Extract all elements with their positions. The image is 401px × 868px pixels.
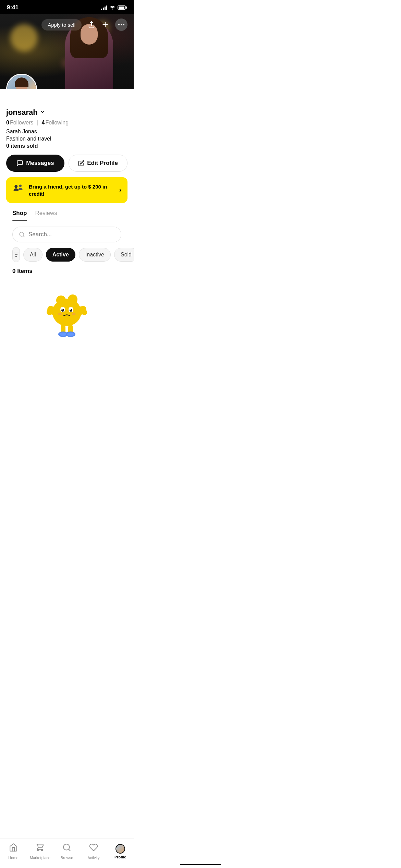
status-icons — [101, 5, 127, 11]
svg-point-16 — [56, 296, 66, 305]
svg-point-4 — [121, 24, 122, 25]
status-bar: 9:41 — [0, 0, 134, 14]
items-count: 0 Items — [6, 268, 127, 275]
referral-left: Bring a friend, get up to $ 200 in credi… — [12, 183, 119, 197]
following-label[interactable]: Following — [45, 120, 69, 126]
tab-shop[interactable]: Shop — [12, 210, 27, 221]
filter-all[interactable]: All — [23, 248, 42, 262]
filter-active[interactable]: Active — [46, 248, 75, 262]
svg-point-27 — [82, 310, 87, 315]
filter-row: All Active Inactive Sold — [6, 247, 127, 262]
svg-point-3 — [118, 24, 120, 25]
edit-profile-label: Edit Profile — [87, 160, 118, 167]
filter-sold[interactable]: Sold — [114, 248, 134, 262]
svg-point-26 — [47, 310, 52, 315]
real-name: Sarah Jonas — [6, 129, 127, 135]
svg-point-24 — [58, 313, 62, 315]
messages-label: Messages — [26, 160, 54, 167]
cover-top-bar: Apply to sell — [0, 14, 134, 36]
filter-icon — [13, 251, 20, 258]
svg-point-7 — [19, 184, 22, 187]
share-button[interactable] — [88, 21, 95, 28]
svg-point-5 — [123, 24, 124, 25]
more-options-button[interactable] — [115, 19, 127, 31]
svg-point-33 — [67, 333, 74, 336]
cover-image: Apply to sell — [0, 14, 134, 89]
svg-point-25 — [72, 313, 76, 315]
empty-state — [6, 281, 127, 350]
message-icon — [16, 160, 23, 167]
apply-to-sell-button[interactable]: Apply to sell — [41, 19, 82, 31]
status-time: 9:41 — [7, 4, 19, 11]
pencil-icon — [78, 160, 84, 166]
search-wrapper — [12, 227, 121, 242]
svg-point-23 — [70, 309, 71, 310]
bio: Fashion and travel — [6, 136, 127, 142]
filter-options-button[interactable] — [12, 247, 20, 262]
followers-label[interactable]: Followers — [10, 120, 33, 126]
tab-reviews[interactable]: Reviews — [35, 210, 57, 221]
search-input[interactable] — [28, 231, 115, 238]
action-buttons: Messages Edit Profile — [6, 155, 127, 172]
svg-point-13 — [52, 299, 81, 326]
items-sold-label: items sold — [11, 143, 38, 149]
signal-icon — [101, 5, 107, 10]
following-count[interactable]: 4 — [42, 120, 45, 126]
items-count-number: 0 — [12, 268, 15, 274]
mascot-illustration — [45, 293, 89, 338]
svg-point-20 — [62, 309, 63, 310]
svg-line-9 — [23, 236, 24, 237]
svg-point-31 — [60, 333, 66, 336]
wifi-icon — [109, 5, 116, 11]
search-icon — [19, 231, 25, 238]
profile-section: jonsarah 0 Followers | 4 Following Sarah… — [0, 89, 134, 355]
svg-point-17 — [68, 294, 77, 304]
followers-row: 0 Followers | 4 Following — [6, 120, 127, 126]
referral-chevron-icon: › — [119, 186, 121, 194]
search-container — [6, 227, 127, 242]
items-count-label: Items — [17, 268, 32, 274]
messages-button[interactable]: Messages — [6, 155, 64, 172]
pipe-divider: | — [37, 120, 38, 126]
filter-inactive[interactable]: Inactive — [79, 248, 111, 262]
chevron-down-icon[interactable] — [40, 109, 45, 116]
svg-point-6 — [14, 185, 17, 188]
edit-profile-button[interactable]: Edit Profile — [69, 155, 127, 172]
items-sold-count: 0 — [6, 143, 9, 149]
referral-text: Bring a friend, get up to $ 200 in credi… — [29, 183, 119, 197]
battery-icon — [118, 5, 127, 10]
items-sold: 0 items sold — [6, 143, 127, 149]
add-button[interactable] — [101, 21, 109, 28]
referral-banner[interactable]: Bring a friend, get up to $ 200 in credi… — [6, 177, 127, 203]
tabs-row: Shop Reviews — [6, 210, 127, 221]
avatar — [6, 74, 37, 89]
followers-count[interactable]: 0 — [6, 120, 9, 126]
referral-icon — [12, 183, 25, 197]
username: jonsarah — [6, 108, 38, 117]
